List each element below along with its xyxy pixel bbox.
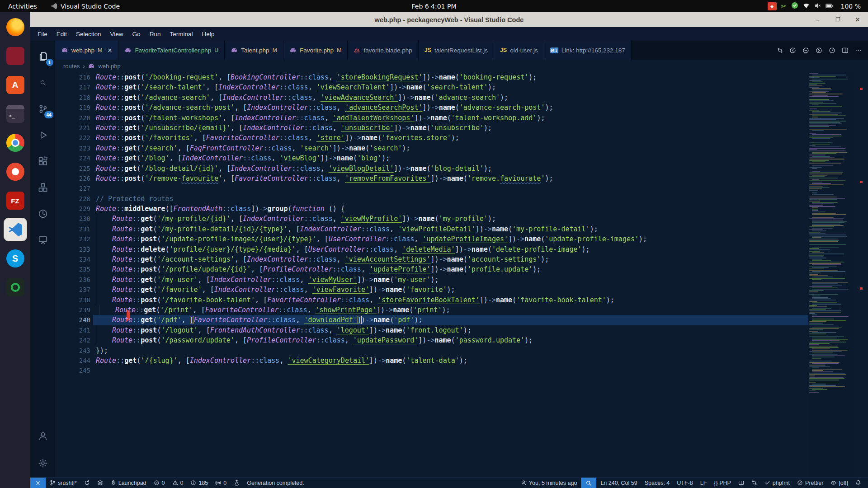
code-line-241[interactable]: 241Route::post('/logout', [FrontendAuthC… — [55, 325, 808, 335]
breadcrumb-item[interactable]: web.php — [98, 63, 120, 70]
breadcrumb-item[interactable]: routes — [63, 63, 80, 70]
system-tray[interactable]: ◆✂100 % — [768, 0, 868, 12]
scissors-icon[interactable]: ✂ — [781, 3, 787, 10]
menu-run[interactable]: Run — [145, 29, 165, 39]
status-layers[interactable] — [94, 478, 106, 488]
battery-icon[interactable] — [826, 3, 834, 10]
status-layout[interactable] — [735, 478, 747, 488]
dock-item-filezilla[interactable]: FZ — [4, 189, 27, 212]
history-icon[interactable] — [829, 47, 835, 54]
dock-item-vscode[interactable] — [4, 218, 27, 241]
minimize-button[interactable]: – — [814, 16, 822, 23]
code-line-236[interactable]: 236Route::get('/my-user', [IndexControll… — [55, 275, 808, 285]
menu-selection[interactable]: Selection — [71, 29, 106, 39]
dock-item-firefox[interactable] — [4, 16, 27, 38]
dock-item-ubuntu-software[interactable]: A — [4, 74, 27, 96]
status-indentation[interactable]: Spaces: 4 — [642, 478, 673, 488]
code-line-228[interactable]: 228// Protected routes — [55, 194, 808, 204]
code-line-234[interactable]: 234Route::get('/account-settings', [Inde… — [55, 254, 808, 264]
code-line-217[interactable]: 217Route::get('/search-talent', [IndexCo… — [55, 82, 808, 92]
status-sync[interactable] — [81, 478, 93, 488]
status-highlight-toggle[interactable]: [off] — [827, 478, 851, 488]
code-line-230[interactable]: 230Route::get('/my-profile/{id}', [Index… — [55, 214, 808, 224]
menu-view[interactable]: View — [106, 29, 128, 39]
tab-Favorite.php[interactable]: Favorite.phpM — [283, 41, 348, 60]
code-line-221[interactable]: 221Route::get('/unsubscribe/{email}', [I… — [55, 123, 808, 133]
more-icon[interactable] — [855, 47, 862, 54]
menu-help[interactable]: Help — [197, 29, 219, 39]
activities-button[interactable]: Activities — [5, 0, 40, 12]
code-line-223[interactable]: 223Route::get('/search', [FaqFrontContro… — [55, 143, 808, 153]
activity-board[interactable] — [35, 232, 51, 248]
code-line-245[interactable]: 245 — [55, 366, 808, 375]
minimap[interactable] — [808, 72, 854, 477]
code-line-239[interactable]: 239Route::get('/print', [FavoriteControl… — [55, 305, 808, 315]
status-prettier[interactable]: Prettier — [794, 478, 826, 488]
code-line-240[interactable]: 240Route::get('/pdf', [FavoriteControlle… — [55, 315, 808, 325]
close-button[interactable]: ✕ — [854, 16, 862, 23]
menu-edit[interactable]: Edit — [52, 29, 71, 39]
code-line-235[interactable]: 235Route::post('/profile/update/{id}', [… — [55, 264, 808, 274]
code-line-222[interactable]: 222Route::post('/favorites', [FavoriteCo… — [55, 133, 808, 143]
restore-button[interactable] — [834, 16, 842, 23]
status-search-tile[interactable] — [581, 478, 596, 488]
status-warnings[interactable]: 0 — [169, 478, 187, 488]
code-line-243[interactable]: 243}); — [55, 346, 808, 356]
code-line-229[interactable]: 229Route::middleware([FrontendAuth::clas… — [55, 204, 808, 214]
status-notifications[interactable] — [852, 478, 864, 488]
code-line-238[interactable]: 238Route::post('/favorite-book-talent', … — [55, 295, 808, 305]
code-line-216[interactable]: 216Route::post('/booking-request', [Book… — [55, 72, 808, 82]
dock-item-skype[interactable]: S — [4, 247, 27, 270]
code-line-226[interactable]: 226Route::post('/remove-favourite', [Fav… — [55, 174, 808, 183]
code-line-225[interactable]: 225Route::get('/blog-detail/{id}', [Inde… — [55, 164, 808, 174]
tab-old-user.js[interactable]: JSold-user.js — [494, 41, 544, 60]
status-errors[interactable]: 0 — [151, 478, 168, 488]
menu-terminal[interactable]: Terminal — [165, 29, 197, 39]
tab-web.php[interactable]: web.phpM✕ — [55, 41, 118, 60]
code-area[interactable]: 216Route::post('/booking-request', [Book… — [55, 72, 808, 376]
code-line-242[interactable]: 242Route::post('/password/update', [Prof… — [55, 335, 808, 345]
dock-item-terminal[interactable]: >_ — [4, 103, 27, 125]
status-phpfmt[interactable]: phpfmt — [761, 478, 793, 488]
status-git-branch[interactable]: srushti* — [47, 478, 80, 488]
activity-boxes[interactable] — [35, 180, 51, 195]
dock-item-chrome[interactable] — [4, 131, 27, 154]
nav-back-icon[interactable] — [789, 47, 796, 54]
tab-Talent.php[interactable]: Talent.phpM — [225, 41, 283, 60]
code-line-233[interactable]: 233Route::delete('profile/{user}/{type}/… — [55, 244, 808, 254]
network-icon[interactable] — [803, 3, 810, 10]
tab-FavoriteTalentController.php[interactable]: FavoriteTalentController.phpU — [118, 41, 225, 60]
status-language-mode[interactable]: {} PHP — [711, 478, 734, 488]
code-line-219[interactable]: 219Route::post('/advance-search-post', [… — [55, 103, 808, 113]
dock-item-orange-ring-app[interactable] — [4, 160, 27, 183]
close-tab-icon[interactable]: ✕ — [107, 47, 112, 54]
activity-manage[interactable] — [35, 455, 51, 471]
status-eol[interactable]: LF — [697, 478, 710, 488]
activity-source-control[interactable]: 44 — [35, 101, 51, 117]
code-line-227[interactable]: 227 — [55, 183, 808, 193]
status-compare[interactable] — [748, 478, 760, 488]
status-tests[interactable] — [231, 478, 243, 488]
nav-forward-icon[interactable] — [816, 47, 822, 54]
shield-check-icon[interactable] — [791, 2, 798, 10]
status-gitlens-blame[interactable]: You, 5 minutes ago — [518, 478, 580, 488]
tab-talentRequestList.js[interactable]: JStalentRequestList.js — [419, 41, 494, 60]
tab-Link: http://165.232.187[interactable]: M↓Link: http://165.232.187 — [544, 41, 632, 60]
code-line-244[interactable]: 244Route::get('/{slug}', [IndexControlle… — [55, 356, 808, 366]
status-generation-status[interactable]: Generation completed. — [244, 478, 307, 488]
split-editor-icon[interactable] — [842, 47, 849, 54]
status-infos[interactable]: 185 — [187, 478, 211, 488]
activity-search[interactable] — [35, 75, 51, 90]
status-cursor-position[interactable]: Ln 240, Col 59 — [597, 478, 640, 488]
code-line-237[interactable]: 237Route::get('/favorite', [IndexControl… — [55, 285, 808, 295]
status-encoding[interactable]: UTF-8 — [674, 478, 696, 488]
screencast-icon[interactable]: ◆ — [768, 2, 777, 10]
code-line-218[interactable]: 218Route::get('/advance-search', [IndexC… — [55, 93, 808, 103]
menu-file[interactable]: File — [33, 29, 52, 39]
circle-icon[interactable] — [802, 47, 809, 54]
git-compare-icon[interactable] — [777, 47, 783, 53]
title-bar[interactable]: web.php - peckagencyWeb - Visual Studio … — [30, 12, 868, 27]
clock[interactable]: Feb 6 4:01 PM — [409, 0, 459, 12]
activity-explorer[interactable]: 1 — [35, 49, 51, 64]
code-line-220[interactable]: 220Route::post('/talent-workshops', [Ind… — [55, 113, 808, 123]
